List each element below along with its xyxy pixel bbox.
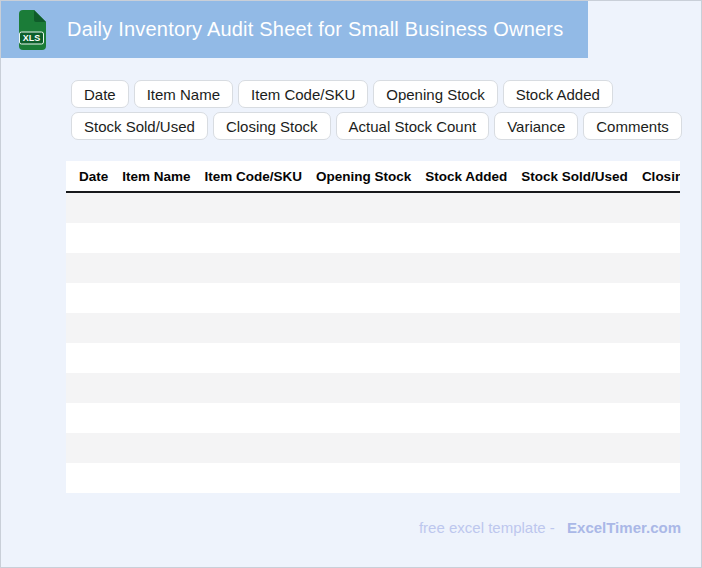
- chip-item-code-sku[interactable]: Item Code/SKU: [238, 80, 368, 108]
- chip-date[interactable]: Date: [71, 80, 129, 108]
- table-row: [66, 463, 680, 493]
- table-row: [66, 403, 680, 433]
- table-row: [66, 313, 680, 343]
- table-header-row: Date Item Name Item Code/SKU Opening Sto…: [66, 161, 680, 193]
- footer-brand-link[interactable]: ExcelTimer.com: [567, 519, 681, 536]
- chip-comments[interactable]: Comments: [583, 112, 682, 140]
- column-header-stock-added: Stock Added: [418, 169, 514, 184]
- column-header-item-name: Item Name: [115, 169, 197, 184]
- table-body: [66, 193, 680, 493]
- header-bar: XLS Daily Inventory Audit Sheet for Smal…: [1, 1, 588, 58]
- footer: free excel template - ExcelTimer.com: [419, 519, 681, 536]
- table-row: [66, 433, 680, 463]
- chip-opening-stock[interactable]: Opening Stock: [373, 80, 497, 108]
- column-header-date: Date: [66, 169, 115, 184]
- table-row: [66, 283, 680, 313]
- chip-actual-stock-count[interactable]: Actual Stock Count: [336, 112, 490, 140]
- page: XLS Daily Inventory Audit Sheet for Smal…: [0, 0, 702, 568]
- column-header-opening-stock: Opening Stock: [309, 169, 418, 184]
- chip-row-1: Date Item Name Item Code/SKU Opening Sto…: [71, 80, 682, 108]
- chip-item-name[interactable]: Item Name: [134, 80, 233, 108]
- chip-closing-stock[interactable]: Closing Stock: [213, 112, 331, 140]
- table-row: [66, 373, 680, 403]
- xls-file-icon: XLS: [18, 10, 46, 50]
- chip-stock-added[interactable]: Stock Added: [503, 80, 613, 108]
- page-title: Daily Inventory Audit Sheet for Small Bu…: [67, 18, 563, 41]
- footer-text: free excel template -: [419, 519, 555, 536]
- table-row: [66, 253, 680, 283]
- column-header-item-code-sku: Item Code/SKU: [198, 169, 310, 184]
- xls-badge-label: XLS: [23, 33, 41, 43]
- column-chips: Date Item Name Item Code/SKU Opening Sto…: [71, 80, 682, 144]
- table-row: [66, 343, 680, 373]
- column-header-closing-stock: Closing Stock: [635, 169, 680, 184]
- table-row: [66, 223, 680, 253]
- column-header-stock-sold-used: Stock Sold/Used: [514, 169, 635, 184]
- chip-variance[interactable]: Variance: [494, 112, 578, 140]
- chip-stock-sold-used[interactable]: Stock Sold/Used: [71, 112, 208, 140]
- chip-row-2: Stock Sold/Used Closing Stock Actual Sto…: [71, 112, 682, 140]
- table-row: [66, 193, 680, 223]
- inventory-table: Date Item Name Item Code/SKU Opening Sto…: [66, 161, 680, 493]
